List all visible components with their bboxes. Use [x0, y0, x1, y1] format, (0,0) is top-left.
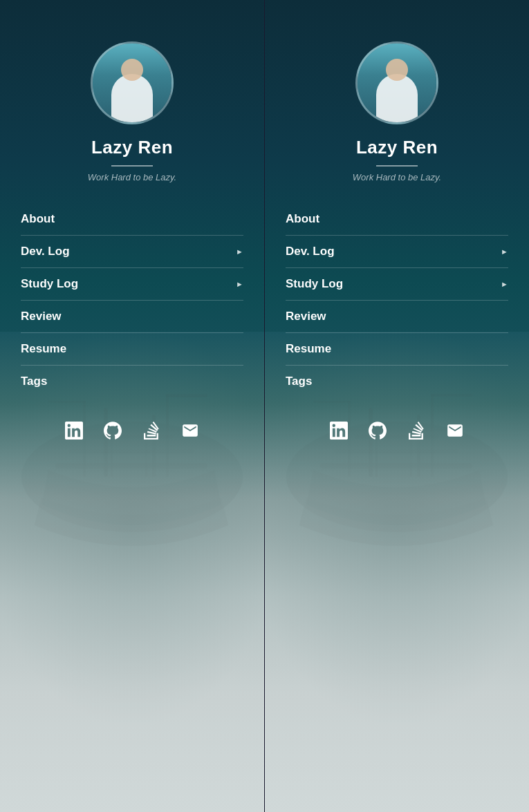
sidebar-panel-right: Lazy Ren Work Hard to be Lazy. About Dev…: [265, 0, 529, 812]
profile-name-right: Lazy Ren: [356, 137, 438, 158]
nav-item-devlog[interactable]: Dev. Log ►: [21, 236, 243, 268]
sidebar-panel-left: Lazy Ren Work Hard to be Lazy. About Dev…: [0, 0, 264, 812]
avatar: [91, 41, 174, 124]
nav-arrow-devlog-right: ►: [501, 247, 508, 256]
nav-item-review[interactable]: Review: [21, 301, 243, 333]
panel-left-content: Lazy Ren Work Hard to be Lazy. About Dev…: [0, 0, 264, 457]
social-icons-right: [326, 418, 467, 457]
github-icon[interactable]: [100, 418, 125, 443]
nav-item-tags-right[interactable]: Tags: [286, 366, 508, 397]
nav-item-resume[interactable]: Resume: [21, 333, 243, 366]
name-divider-right: [376, 165, 418, 167]
social-icons-left: [62, 418, 203, 457]
nav-item-tags[interactable]: Tags: [21, 366, 243, 397]
nav-arrow-devlog: ►: [236, 247, 243, 256]
linkedin-icon-right[interactable]: [326, 418, 351, 443]
stackoverflow-icon-right[interactable]: [404, 418, 429, 443]
github-icon-right[interactable]: [365, 418, 390, 443]
svg-rect-14: [320, 463, 472, 469]
nav-item-studylog[interactable]: Study Log ►: [21, 268, 243, 301]
nav-item-about[interactable]: About: [21, 203, 243, 236]
nav-item-studylog-right[interactable]: Study Log ►: [286, 268, 508, 301]
name-divider: [111, 165, 153, 167]
avatar-right: [355, 41, 438, 124]
nav-arrow-studylog-right: ►: [501, 280, 508, 288]
nav-menu-left: About Dev. Log ► Study Log ► Review Resu…: [0, 203, 264, 397]
nav-item-about-right[interactable]: About: [286, 203, 508, 236]
nav-item-devlog-right[interactable]: Dev. Log ►: [286, 236, 508, 268]
panel-right-content: Lazy Ren Work Hard to be Lazy. About Dev…: [265, 0, 529, 457]
nav-item-resume-right[interactable]: Resume: [286, 333, 508, 366]
email-icon[interactable]: [178, 418, 203, 443]
nav-menu-right: About Dev. Log ► Study Log ► Review Resu…: [265, 203, 529, 397]
profile-name: Lazy Ren: [91, 137, 173, 158]
nav-arrow-studylog: ►: [236, 280, 243, 288]
linkedin-icon[interactable]: [62, 418, 86, 443]
stackoverflow-icon[interactable]: [139, 418, 164, 443]
email-icon-right[interactable]: [443, 418, 467, 443]
nav-item-review-right[interactable]: Review: [286, 301, 508, 333]
profile-tagline: Work Hard to be Lazy.: [88, 172, 176, 182]
svg-rect-1: [55, 463, 207, 469]
profile-tagline-right: Work Hard to be Lazy.: [353, 172, 441, 182]
